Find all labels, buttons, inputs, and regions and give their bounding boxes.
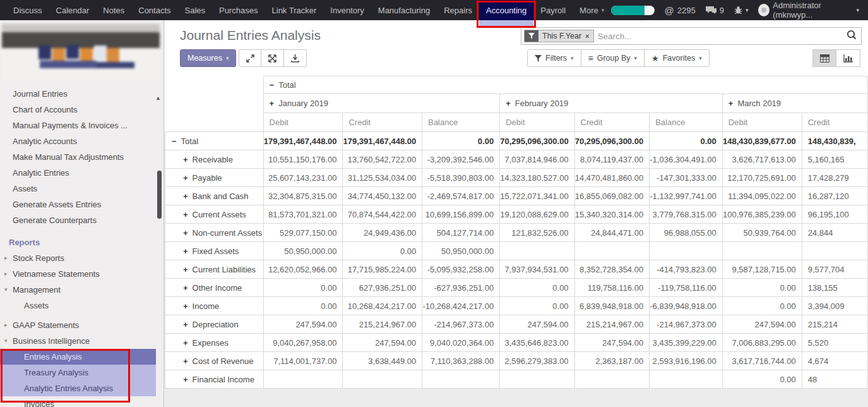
pivot-cell[interactable]: 0.00 — [650, 132, 723, 150]
topbar-menu-manufacturing[interactable]: Manufacturing — [371, 0, 437, 20]
pivot-cell[interactable]: 504,127,714.00 — [422, 224, 500, 242]
pivot-measure-header[interactable]: Credit — [802, 113, 867, 132]
pivot-cell[interactable]: 48 — [802, 370, 867, 389]
pivot-cell[interactable]: -5,518,390,803.00 — [422, 169, 500, 187]
pivot-cell[interactable]: 121,832,526.00 — [500, 224, 574, 242]
chevron-right-icon[interactable]: ▸ — [4, 250, 8, 266]
search-input[interactable] — [598, 32, 846, 41]
pivot-measure-header[interactable]: Debit — [263, 113, 343, 132]
sidebar-item-generate-assets-entries[interactable]: Generate Assets Entries — [0, 197, 164, 212]
pivot-row-header[interactable]: +Non-current Assets — [165, 224, 264, 242]
pivot-row-header[interactable]: +Financial Income — [165, 370, 264, 389]
pivot-measure-header[interactable]: Balance — [422, 113, 500, 132]
pivot-cell[interactable]: -147,301,333.00 — [650, 169, 723, 187]
expand-icon[interactable]: + — [183, 356, 188, 366]
expand-icon[interactable]: + — [183, 173, 188, 183]
pivot-cell[interactable]: 7,110,363,288.00 — [422, 352, 500, 370]
pivot-view-button[interactable] — [812, 49, 836, 67]
pivot-cell[interactable]: 0.00 — [343, 242, 422, 260]
pivot-cell[interactable]: 247,594.00 — [574, 334, 650, 352]
pivot-row-header[interactable]: +Cost of Revenue — [165, 352, 264, 370]
sidebar-item-analytic-entries[interactable]: Analytic Entries — [0, 165, 164, 181]
pivot-cell[interactable]: -6,839,948,918.00 — [650, 297, 723, 315]
filters-button[interactable]: Filters ▾ — [527, 49, 581, 67]
chevron-right-icon[interactable]: ▸ — [4, 266, 8, 282]
pivot-cell[interactable]: 70,295,096,300.00 — [500, 132, 574, 150]
topbar-menu-repairs[interactable]: Repairs — [437, 0, 479, 20]
sidebar-item-vietnamese-statements[interactable]: ▸Vietnamese Statements — [0, 266, 164, 282]
pivot-cell[interactable] — [574, 370, 650, 389]
pivot-cell[interactable]: 2,363,187.00 — [574, 352, 650, 370]
pivot-cell[interactable]: 10,268,424,217.00 — [343, 297, 422, 315]
chevron-down-icon[interactable]: ▾ — [4, 333, 8, 349]
pivot-cell[interactable]: 148,430,839, — [802, 132, 867, 150]
expand-icon[interactable]: + — [183, 228, 188, 238]
pivot-cell[interactable]: 7,937,934,531.00 — [500, 260, 574, 279]
pivot-cell[interactable]: 7,114,001,737.00 — [263, 352, 343, 370]
flip-axis-button[interactable] — [261, 49, 284, 67]
sidebar-item-entries-analysis[interactable]: Entries Analysis — [0, 349, 156, 365]
pivot-measure-header[interactable]: Credit — [343, 113, 422, 132]
expand-icon[interactable]: + — [183, 210, 188, 219]
expand-all-button[interactable] — [239, 49, 261, 67]
pivot-cell[interactable]: 627,936,251.00 — [343, 279, 422, 297]
pivot-cell[interactable]: 8,352,728,354.00 — [574, 260, 650, 279]
pivot-cell[interactable]: 15,722,071,341.00 — [500, 187, 574, 205]
pivot-cell[interactable]: 3,435,646,823.00 — [500, 334, 574, 352]
expand-icon[interactable]: + — [183, 301, 188, 311]
chevron-right-icon[interactable]: ▸ — [4, 317, 8, 333]
pivot-cell[interactable]: -119,758,116.00 — [650, 279, 723, 297]
pivot-cell[interactable]: -1,036,304,491.00 — [650, 150, 723, 169]
pivot-cell[interactable]: 70,295,096,300.00 — [574, 132, 650, 150]
pivot-cell[interactable]: 50,939,764.00 — [722, 224, 802, 242]
pivot-cell[interactable]: 6,839,948,918.00 — [574, 297, 650, 315]
pivot-cell[interactable]: 96,195,100 — [802, 205, 867, 224]
pivot-cell[interactable] — [343, 370, 422, 389]
topbar-menu-more[interactable]: More ▾ — [573, 0, 611, 20]
pivot-cell[interactable]: 32,304,875,315.00 — [263, 187, 343, 205]
mentions-counter[interactable]: @ 2295 — [665, 5, 696, 16]
pivot-cell[interactable]: 0.00 — [500, 297, 574, 315]
pivot-cell[interactable]: 11,394,095,022.00 — [722, 187, 802, 205]
pivot-row-header[interactable]: +Current Liabilities — [165, 260, 264, 279]
pivot-cell[interactable] — [263, 370, 343, 389]
groupby-button[interactable]: ≡ Group By ▾ — [581, 49, 645, 67]
pivot-cell[interactable]: 5,520 — [802, 334, 867, 352]
pivot-cell[interactable]: 0.00 — [722, 297, 802, 315]
pivot-cell[interactable]: 2,596,279,383.00 — [500, 352, 574, 370]
measures-button[interactable]: Measures ▾ — [180, 49, 236, 67]
pivot-cell[interactable]: 3,394,009 — [802, 297, 867, 315]
pivot-cell[interactable]: 148,430,839,677.00 — [722, 132, 802, 150]
pivot-cell[interactable]: 31,125,534,034.00 — [343, 169, 422, 187]
pivot-cell[interactable]: 2,593,916,196.00 — [650, 352, 723, 370]
pivot-cell[interactable]: 100,976,385,239.00 — [722, 205, 802, 224]
sidebar-item-chart-of-accounts[interactable]: Chart of Accounts — [0, 102, 164, 118]
topbar-menu-payroll[interactable]: Payroll — [533, 0, 573, 20]
expand-icon[interactable]: + — [506, 99, 511, 108]
pivot-cell[interactable]: 5,160,165 — [802, 150, 867, 169]
pivot-cell[interactable]: 3,435,399,229.00 — [650, 334, 723, 352]
pivot-cell[interactable] — [650, 242, 723, 260]
pivot-cell[interactable] — [802, 242, 867, 260]
pivot-cell[interactable]: 179,391,467,448.00 — [343, 132, 422, 150]
pivot-cell[interactable]: 3,779,768,315.00 — [650, 205, 723, 224]
pivot-cell[interactable]: 50,950,000.00 — [422, 242, 500, 260]
user-menu[interactable]: Administrator (mknwyp... ▾ — [758, 1, 859, 20]
pivot-cell[interactable]: 16,855,069,082.00 — [574, 187, 650, 205]
pivot-cell[interactable]: 3,617,716,744.00 — [722, 352, 802, 370]
pivot-cell[interactable]: 7,006,883,295.00 — [722, 334, 802, 352]
pivot-row-header[interactable]: +Expenses — [165, 334, 264, 352]
pivot-cell[interactable]: 0.00 — [263, 297, 343, 315]
pivot-cell[interactable]: 24,949,436.00 — [343, 224, 422, 242]
pivot-cell[interactable]: 17,428,279 — [802, 169, 867, 187]
topbar-menu-accounting[interactable]: Accounting — [479, 0, 533, 20]
pivot-row-header[interactable]: +Current Assets — [165, 205, 264, 224]
pivot-cell[interactable]: 9,040,020,364.00 — [422, 334, 500, 352]
pivot-cell[interactable]: -3,209,392,546.00 — [422, 150, 500, 169]
pivot-cell[interactable]: -2,469,574,817.00 — [422, 187, 500, 205]
collapse-icon[interactable]: − — [270, 80, 275, 90]
facet-remove-icon[interactable]: × — [585, 32, 589, 40]
pivot-cell[interactable] — [722, 242, 802, 260]
pivot-cell[interactable]: -627,936,251.00 — [422, 279, 500, 297]
expand-icon[interactable]: + — [270, 99, 275, 108]
